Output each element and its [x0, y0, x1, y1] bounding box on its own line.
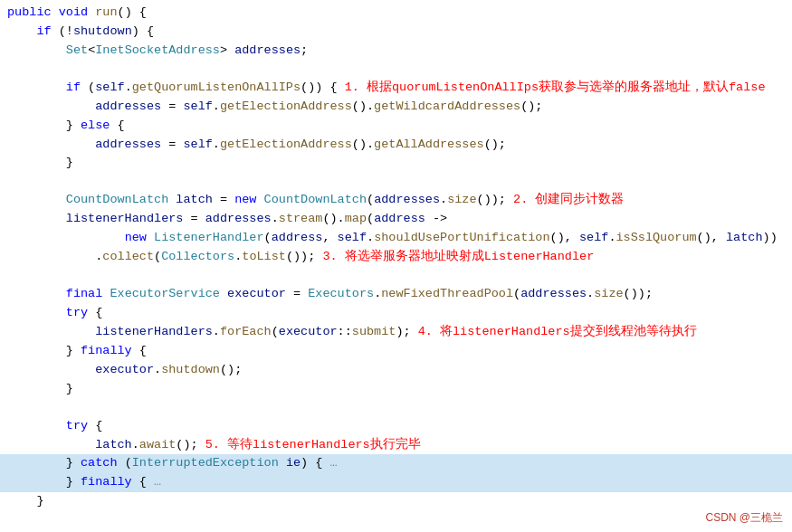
- token-punct: [147, 231, 154, 244]
- token-punct: }: [36, 494, 43, 508]
- token-var: latch: [95, 438, 132, 451]
- token-kw: try: [66, 306, 88, 319]
- token-var: address: [374, 212, 425, 225]
- token-punct: .: [154, 363, 161, 376]
- token-punct: ();: [520, 100, 542, 113]
- token-var: latch: [176, 193, 213, 206]
- token-punct: ->: [425, 212, 447, 225]
- code-line: latch.await(); 5. 等待listenerHandlers执行完毕: [0, 436, 792, 455]
- token-punct: ) {: [132, 24, 154, 38]
- token-kw: finally: [81, 475, 132, 489]
- token-punct: .: [125, 81, 132, 94]
- token-type: InterruptedException: [132, 456, 279, 470]
- token-punct: }: [66, 119, 81, 132]
- line-content: } finally { …: [0, 473, 161, 492]
- token-kw: catch: [81, 456, 118, 470]
- token-punct: ,: [322, 231, 337, 244]
- code-line: }: [0, 154, 792, 173]
- token-method: shouldUsePortUnification: [374, 231, 549, 244]
- token-punct: (: [81, 81, 95, 94]
- line-content: final ExecutorService executor = Executo…: [0, 285, 653, 304]
- token-punct: ();: [484, 138, 506, 151]
- code-line: if (!shutdown) {: [0, 23, 792, 42]
- token-method: size: [447, 193, 476, 206]
- line-content: addresses = self.getElectionAddress().ge…: [0, 98, 542, 117]
- token-method: getAllAddresses: [374, 138, 484, 151]
- watermark: CSDN @三桅兰: [705, 509, 783, 527]
- token-punct: ().: [352, 138, 374, 151]
- line-content: listenerHandlers = addresses.stream().ma…: [0, 210, 447, 229]
- token-punct: =: [286, 287, 308, 300]
- line-content: CountDownLatch latch = new CountDownLatc…: [0, 191, 624, 210]
- token-punct: (),: [550, 231, 579, 244]
- token-type: CountDownLatch: [264, 193, 367, 206]
- code-line: try {: [0, 417, 792, 436]
- code-line: listenerHandlers.forEach(executor::submi…: [0, 323, 792, 342]
- line-content: listenerHandlers.forEach(executor::submi…: [0, 323, 697, 342]
- line-content: try {: [0, 304, 102, 323]
- token-var: self: [183, 138, 212, 151]
- token-var: listenerHandlers: [66, 212, 184, 225]
- token-var: addresses: [234, 43, 301, 57]
- token-punct: {: [110, 119, 124, 132]
- line-content: }: [0, 380, 73, 399]
- code-line: if (self.getQuorumListenOnAllIPs()) { 1.…: [0, 79, 792, 98]
- token-var: executor: [279, 325, 338, 338]
- code-line: [0, 61, 792, 79]
- token-punct: ;: [301, 43, 308, 57]
- token-var: addresses: [374, 193, 440, 206]
- code-line: try {: [0, 304, 792, 323]
- code-line: addresses = self.getElectionAddress().ge…: [0, 136, 792, 155]
- line-content: .collect(Collectors.toList()); 3. 将选举服务器…: [0, 248, 594, 267]
- token-punct: ());: [286, 250, 323, 263]
- code-line: final ExecutorService executor = Executo…: [0, 285, 792, 304]
- token-punct: ().: [352, 100, 374, 113]
- token-punct: {: [132, 344, 147, 357]
- token-punct: }: [66, 475, 81, 489]
- token-punct: ::: [338, 325, 352, 338]
- token-method: submit: [352, 325, 396, 338]
- token-method: map: [345, 212, 367, 225]
- token-method: size: [594, 287, 623, 300]
- token-var: shutdown: [73, 24, 132, 38]
- code-line: executor.shutdown();: [0, 361, 792, 380]
- token-punct: (: [118, 456, 132, 470]
- code-line: [0, 511, 792, 529]
- code-line: addresses = self.getElectionAddress().ge…: [0, 98, 792, 117]
- token-punct: (: [154, 250, 161, 263]
- token-kw: void: [59, 5, 88, 19]
- token-punct: );: [396, 325, 417, 338]
- token-punct: [52, 5, 59, 19]
- token-punct: }: [66, 382, 73, 395]
- token-punct: [220, 287, 227, 300]
- line-content: public void run() {: [0, 4, 147, 23]
- token-type: InetSocketAddress: [95, 43, 220, 57]
- token-punct: }: [66, 344, 81, 357]
- token-punct: ();: [220, 363, 242, 376]
- token-kw: try: [66, 419, 88, 432]
- token-comment-cn: 4. 将listenerHandlers提交到线程池等待执行: [418, 325, 697, 338]
- token-comment-cn: 3. 将选举服务器地址映射成ListenerHandler: [322, 250, 594, 263]
- token-punct: )): [763, 231, 778, 244]
- line-content: }: [0, 492, 44, 511]
- token-punct: (: [272, 325, 279, 338]
- token-kw: new: [125, 231, 147, 244]
- token-punct: () {: [118, 5, 147, 19]
- token-punct: .: [440, 193, 447, 206]
- code-line: }: [0, 492, 792, 511]
- code-line: listenerHandlers = addresses.stream().ma…: [0, 210, 792, 229]
- token-ellipsis: …: [322, 456, 337, 470]
- line-content: if (!shutdown) {: [0, 23, 154, 42]
- token-punct: .: [272, 212, 279, 225]
- code-line: } finally { …: [0, 473, 792, 492]
- token-method: forEach: [220, 325, 272, 338]
- token-punct: =: [161, 100, 183, 113]
- token-kw: if: [66, 81, 81, 94]
- token-kw: finally: [81, 344, 132, 357]
- token-var: addresses: [95, 100, 161, 113]
- token-var: self: [579, 231, 608, 244]
- line-content: } catch (InterruptedException ie) { …: [0, 454, 338, 473]
- code-line: new ListenerHandler(address, self.should…: [0, 229, 792, 248]
- code-line: } finally {: [0, 342, 792, 361]
- token-punct: (: [367, 193, 374, 206]
